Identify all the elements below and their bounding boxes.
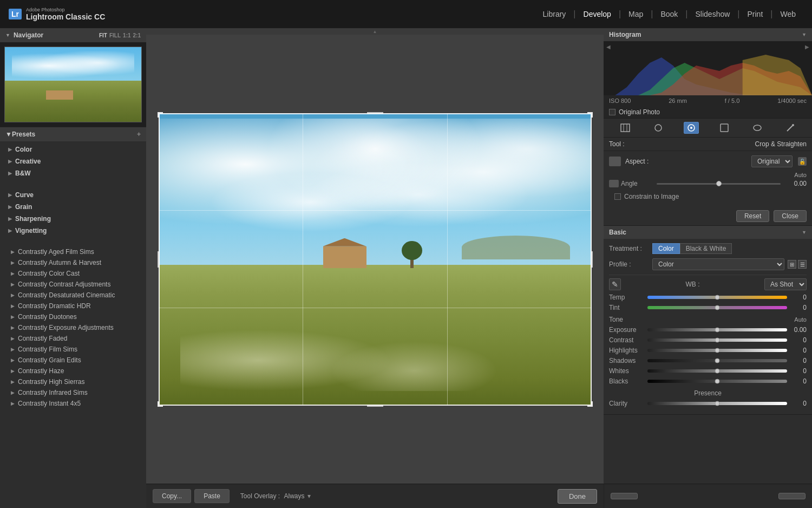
fit-fill[interactable]: FILL — [109, 32, 121, 38]
tint-thumb[interactable] — [715, 305, 720, 310]
crop-overlay-tool[interactable] — [618, 122, 633, 134]
preset-group-sharpening[interactable]: ▶ Sharpening — [0, 213, 146, 225]
graduated-filter-tool[interactable] — [717, 122, 732, 134]
eyedropper-button[interactable]: ✎ — [609, 278, 621, 290]
red-eye-tool[interactable] — [684, 122, 699, 134]
temp-thumb[interactable] — [715, 295, 720, 300]
nav-develop[interactable]: Develop — [576, 10, 619, 18]
wb-select[interactable]: As Shot Auto Daylight — [764, 278, 807, 290]
top-handle[interactable] — [146, 28, 604, 35]
list-item[interactable]: ▶ Contrastly High Sierras — [0, 376, 146, 387]
blacks-thumb[interactable] — [715, 379, 720, 384]
tint-slider[interactable] — [647, 306, 787, 309]
histogram-header[interactable]: Histogram ▼ — [604, 28, 812, 41]
crop-handle-right[interactable] — [591, 251, 593, 268]
crop-handle-bl[interactable] — [158, 401, 163, 407]
list-item[interactable]: ▶ Contrastly Faded — [0, 333, 146, 344]
hist-arrow-right[interactable]: ▶ — [805, 44, 809, 50]
crop-handle-tr[interactable] — [587, 112, 593, 118]
list-item[interactable]: ▶ Contrastly Autumn & Harvest — [0, 257, 146, 268]
preset-group-color[interactable]: ▶ Color — [0, 144, 146, 155]
crop-handle-top[interactable] — [367, 112, 383, 114]
crop-reset-button[interactable]: Reset — [736, 210, 769, 222]
preset-group-grain[interactable]: ▶ Grain — [0, 201, 146, 213]
preset-group-vignetting[interactable]: ▶ Vignetting — [0, 225, 146, 237]
list-item[interactable]: ▶ Contrastly Contrast Adjustments — [0, 279, 146, 290]
list-item[interactable]: ▶ Contrastly Dramatic HDR — [0, 301, 146, 311]
list-item[interactable]: ▶ Contrastly Color Cast — [0, 268, 146, 279]
crop-handle-left[interactable] — [158, 251, 160, 268]
nav-book[interactable]: Book — [653, 10, 685, 18]
clarity-slider[interactable] — [647, 402, 787, 405]
profile-list-view-button[interactable]: ☰ — [798, 260, 807, 269]
fit-1-1[interactable]: 1:1 — [123, 32, 130, 38]
preset-group-curve[interactable]: ▶ Curve — [0, 189, 146, 201]
clarity-thumb[interactable] — [715, 401, 720, 406]
preset-group-creative[interactable]: ▶ Creative — [0, 155, 146, 167]
spot-removal-tool[interactable] — [651, 122, 666, 134]
list-item[interactable]: ▶ Contrastly Exposure Adjustments — [0, 322, 146, 333]
paste-button[interactable]: Paste — [194, 489, 230, 503]
copy-button[interactable]: Copy... — [153, 489, 191, 503]
constrain-checkbox[interactable] — [614, 193, 621, 200]
filmstrip-reset-button[interactable] — [778, 493, 806, 499]
navigator-header[interactable]: ▼ Navigator FIT FILL 1:1 2:1 — [0, 28, 146, 42]
fit-fit[interactable]: FIT — [99, 32, 107, 38]
contrast-thumb[interactable] — [715, 338, 720, 343]
treatment-color-button[interactable]: Color — [652, 243, 680, 254]
add-preset-button[interactable]: + — [137, 131, 141, 138]
previous-button[interactable] — [611, 493, 638, 499]
crop-handle-bottom[interactable] — [367, 405, 383, 407]
list-item[interactable]: ▶ Contrastly Film Sims — [0, 344, 146, 355]
preset-group-bw[interactable]: ▶ B&W — [0, 167, 146, 179]
profile-grid-view-button[interactable]: ⊞ — [788, 260, 796, 269]
crop-handle-tl[interactable] — [158, 112, 163, 118]
aspect-lock-button[interactable]: 🔓 — [798, 157, 807, 166]
preset-item-label: Contrastly Haze — [18, 367, 64, 375]
exposure-thumb[interactable] — [715, 328, 720, 333]
temp-slider[interactable] — [647, 296, 787, 299]
nav-slideshow[interactable]: Slideshow — [688, 10, 738, 18]
fit-2-1[interactable]: 2:1 — [133, 32, 141, 38]
list-item[interactable]: ▶ Contrastly Infrared Sims — [0, 387, 146, 398]
list-item[interactable]: ▶ Contrastly Aged Film Sims — [0, 246, 146, 257]
image-area[interactable] — [146, 35, 604, 484]
treatment-bw-button[interactable]: Black & White — [680, 243, 732, 254]
angle-thumb[interactable] — [716, 181, 722, 186]
radial-filter-tool[interactable] — [750, 122, 765, 134]
highlights-thumb[interactable] — [715, 348, 720, 353]
profile-select[interactable]: Color — [652, 258, 784, 270]
crop-handle-br[interactable] — [587, 401, 593, 407]
nav-print[interactable]: Print — [740, 10, 771, 18]
tool-overlay-value[interactable]: Always — [284, 492, 305, 500]
whites-thumb[interactable] — [715, 369, 720, 374]
tone-auto-button[interactable]: Auto — [794, 316, 807, 323]
shadows-slider[interactable] — [647, 359, 787, 362]
nav-library[interactable]: Library — [535, 10, 574, 18]
blacks-slider[interactable] — [647, 380, 787, 383]
nav-map[interactable]: Map — [621, 10, 651, 18]
nav-web[interactable]: Web — [772, 10, 803, 18]
list-item[interactable]: ▶ Contrastly Grain Edits — [0, 355, 146, 366]
shadows-thumb[interactable] — [715, 359, 720, 363]
list-item[interactable]: ▶ Contrastly Instant 4x5 — [0, 398, 146, 409]
presets-header[interactable]: ▼ Presets + — [0, 127, 146, 141]
crop-close-button[interactable]: Close — [774, 210, 807, 222]
navigator-image[interactable] — [4, 47, 142, 122]
list-item[interactable]: ▶ Contrastly Duotones — [0, 311, 146, 322]
tool-overlay-dropdown[interactable]: ▾ — [307, 492, 311, 500]
aspect-select[interactable]: Original 1:1 4:3 16:9 — [751, 155, 793, 167]
whites-slider[interactable] — [647, 369, 787, 373]
done-button[interactable]: Done — [558, 489, 597, 504]
basic-header[interactable]: Basic ▼ — [604, 226, 812, 239]
exposure-slider[interactable] — [647, 328, 787, 331]
adjustment-brush-tool[interactable] — [783, 122, 798, 134]
original-photo-checkbox[interactable] — [609, 109, 615, 115]
list-item[interactable]: ▶ Contrastly Desaturated Cinematic — [0, 290, 146, 301]
angle-auto-button[interactable]: Auto — [794, 172, 807, 178]
hist-arrow-left[interactable]: ◀ — [606, 44, 611, 50]
angle-slider[interactable] — [657, 183, 781, 185]
highlights-slider[interactable] — [647, 349, 787, 352]
contrast-slider[interactable] — [647, 338, 787, 342]
list-item[interactable]: ▶ Contrastly Haze — [0, 366, 146, 376]
